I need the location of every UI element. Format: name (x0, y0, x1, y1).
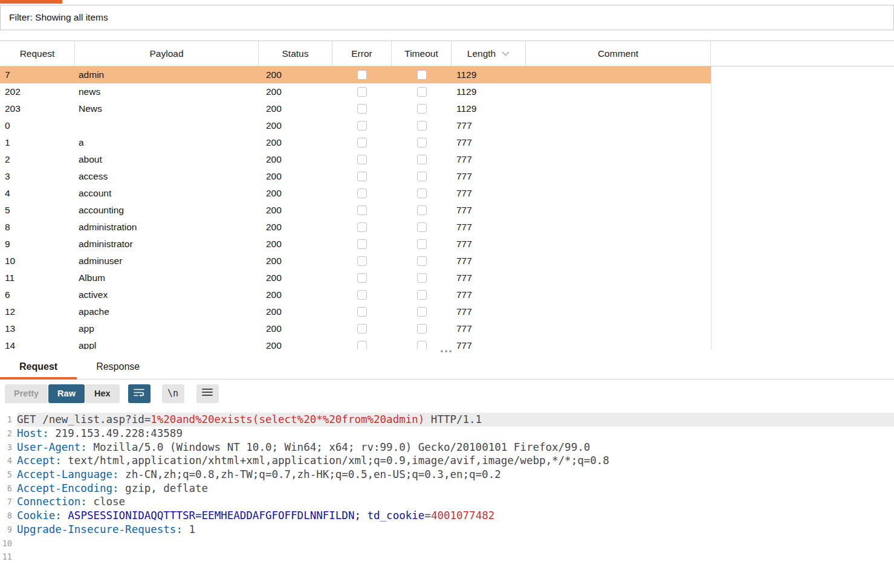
error-checkbox[interactable] (357, 104, 367, 114)
cell-status: 200 (259, 236, 332, 253)
error-checkbox[interactable] (357, 172, 367, 181)
table-row[interactable]: 0 200 777 (0, 117, 711, 134)
cell-payload: about (75, 151, 259, 168)
cell-length: 777 (452, 134, 526, 151)
cell-status: 200 (259, 117, 332, 134)
column-header-length-label: Length (467, 48, 496, 59)
table-row[interactable]: 10 adminuser 200 777 (0, 253, 711, 270)
timeout-checkbox[interactable] (417, 205, 427, 215)
panel-splitter[interactable]: ••• (0, 349, 894, 354)
error-checkbox[interactable] (357, 256, 367, 266)
cell-payload: admin (75, 66, 259, 83)
table-row[interactable]: 202 news 200 1129 (0, 83, 711, 100)
timeout-checkbox[interactable] (417, 324, 427, 334)
wrap-lines-button[interactable] (128, 384, 151, 403)
table-row[interactable]: 8 administration 200 777 (0, 219, 711, 236)
error-checkbox[interactable] (357, 273, 367, 283)
column-header-payload[interactable]: Payload (75, 41, 259, 66)
column-header-length[interactable]: Length (452, 41, 526, 66)
cell-status: 200 (259, 83, 332, 100)
column-header-status[interactable]: Status (259, 41, 332, 66)
filter-bar[interactable]: Filter: Showing all items (0, 5, 894, 30)
editor-line: 11 (0, 550, 894, 564)
timeout-checkbox[interactable] (417, 239, 427, 249)
error-checkbox[interactable] (357, 341, 367, 349)
cell-request: 4 (0, 185, 75, 202)
table-row[interactable]: 6 activex 200 777 (0, 286, 711, 303)
line-content: GET /new_list.asp?id=1%20and%20exists(se… (17, 413, 894, 427)
timeout-checkbox[interactable] (417, 172, 427, 181)
error-checkbox[interactable] (357, 205, 367, 215)
table-row[interactable]: 14 appl 200 777 (0, 337, 711, 349)
cell-request: 10 (0, 253, 75, 270)
table-row[interactable]: 11 Album 200 777 (0, 270, 711, 286)
table-row[interactable]: 5 accounting 200 777 (0, 202, 711, 219)
cell-status: 200 (259, 286, 332, 303)
cell-length: 777 (452, 270, 526, 286)
timeout-checkbox[interactable] (417, 155, 427, 164)
request-editor[interactable]: 1 GET /new_list.asp?id=1%20and%20exists(… (0, 407, 894, 564)
cell-length: 777 (452, 168, 526, 185)
cell-status: 200 (259, 253, 332, 270)
timeout-checkbox[interactable] (417, 273, 427, 283)
tab-request[interactable]: Request (0, 354, 77, 379)
sort-chevron-icon[interactable] (502, 51, 510, 56)
cell-comment (526, 100, 711, 117)
error-checkbox[interactable] (357, 70, 367, 80)
error-checkbox[interactable] (357, 290, 367, 300)
error-checkbox[interactable] (357, 155, 367, 164)
error-checkbox[interactable] (357, 189, 367, 198)
editor-menu-button[interactable] (196, 384, 219, 403)
timeout-checkbox[interactable] (417, 138, 427, 147)
error-checkbox[interactable] (357, 307, 367, 317)
timeout-checkbox[interactable] (417, 70, 427, 80)
table-row[interactable]: 9 administrator 200 777 (0, 236, 711, 253)
cell-status: 200 (259, 185, 332, 202)
table-row[interactable]: 2 about 200 777 (0, 151, 711, 168)
timeout-checkbox[interactable] (417, 104, 427, 114)
message-editor-toolbar: Pretty Raw Hex \n (0, 380, 894, 407)
timeout-checkbox[interactable] (417, 290, 427, 300)
column-header-request[interactable]: Request (0, 41, 75, 66)
cell-payload: News (75, 100, 259, 117)
error-checkbox[interactable] (357, 222, 367, 232)
table-row[interactable]: 203 News 200 1129 (0, 100, 711, 117)
timeout-checkbox[interactable] (417, 307, 427, 317)
line-number: 9 (0, 525, 17, 534)
column-header-timeout[interactable]: Timeout (392, 41, 452, 66)
filter-label: Filter: Showing all items (9, 12, 108, 23)
cell-length: 777 (452, 117, 526, 134)
table-row[interactable]: 1 a 200 777 (0, 134, 711, 151)
error-checkbox[interactable] (357, 87, 367, 97)
timeout-checkbox[interactable] (417, 256, 427, 266)
table-row[interactable]: 13 app 200 777 (0, 320, 711, 337)
word-wrap-icon (134, 388, 144, 399)
cell-status: 200 (259, 337, 332, 349)
column-header-comment[interactable]: Comment (526, 41, 711, 66)
hex-button[interactable]: Hex (85, 384, 120, 403)
pretty-button[interactable]: Pretty (5, 384, 48, 403)
timeout-checkbox[interactable] (417, 87, 427, 97)
error-checkbox[interactable] (357, 121, 367, 131)
timeout-checkbox[interactable] (417, 121, 427, 131)
timeout-checkbox[interactable] (417, 341, 427, 349)
column-header-error[interactable]: Error (332, 41, 392, 66)
table-row[interactable]: 7 admin 200 1129 (0, 66, 711, 83)
cell-payload: a (75, 134, 259, 151)
raw-button[interactable]: Raw (48, 384, 85, 403)
error-checkbox[interactable] (357, 138, 367, 147)
table-row[interactable]: 4 account 200 777 (0, 185, 711, 202)
tab-response[interactable]: Response (77, 354, 159, 379)
line-content: Accept-Encoding: gzip, deflate (17, 481, 894, 495)
newline-toggle-button[interactable]: \n (162, 384, 184, 403)
timeout-checkbox[interactable] (417, 222, 427, 232)
timeout-checkbox[interactable] (417, 189, 427, 198)
cell-request: 14 (0, 337, 75, 349)
error-checkbox[interactable] (357, 239, 367, 249)
error-checkbox[interactable] (357, 324, 367, 334)
cell-payload: apache (75, 303, 259, 320)
table-row[interactable]: 3 access 200 777 (0, 168, 711, 185)
cell-request: 5 (0, 202, 75, 219)
results-table-body: 7 admin 200 1129 202 news 200 1129 203 N… (0, 66, 711, 349)
table-row[interactable]: 12 apache 200 777 (0, 303, 711, 320)
